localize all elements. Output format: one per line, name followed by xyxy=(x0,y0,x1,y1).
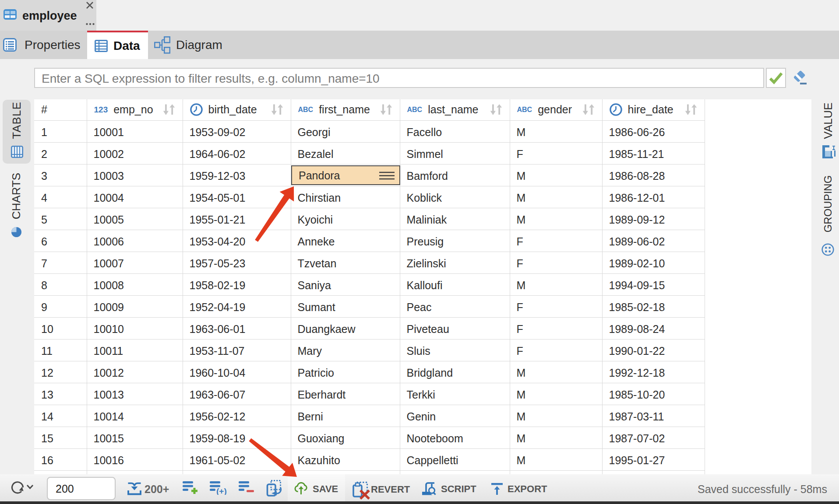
svg-text:(+): (+) xyxy=(216,486,227,495)
